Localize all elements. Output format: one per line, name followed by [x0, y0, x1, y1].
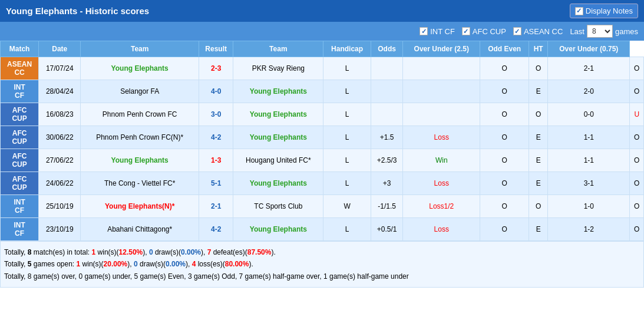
cell-match-type: AFC CUP [1, 172, 39, 195]
cell-over-under-25: O [480, 149, 529, 172]
cell-team2: Young Elephants [233, 103, 323, 126]
cell-date: 24/06/22 [39, 172, 81, 195]
cell-over-under-25: O [480, 195, 529, 218]
cell-odd-even: E [529, 126, 548, 149]
cell-odd-even: O [529, 195, 548, 218]
cell-over-under-25: O [480, 80, 529, 103]
cell-team1: Selangor FA [81, 80, 199, 103]
summary-line2: Totally, 5 games open: 1 win(s)(20.00%),… [4, 258, 640, 270]
cell-team1: Young Elephants(N)* [81, 195, 199, 218]
cell-team1: The Cong - Viettel FC* [81, 172, 199, 195]
cell-odds: Loss [403, 126, 480, 149]
cell-result: 2-1 [199, 195, 233, 218]
games-label: games [615, 27, 638, 36]
cell-team1: Young Elephants [81, 57, 199, 80]
cell-odd-even: E [529, 80, 548, 103]
cell-date: 28/04/24 [39, 80, 81, 103]
cell-team1: Young Elephants [81, 149, 199, 172]
int-cf-checkbox[interactable]: ✓ [420, 27, 428, 35]
cell-odds: Loss1/2 [403, 195, 480, 218]
cell-over-under-075: O [630, 126, 644, 149]
cell-result: 5-1 [199, 172, 233, 195]
cell-hl: L [323, 80, 371, 103]
cell-over-under-25: O [480, 172, 529, 195]
cell-over-under-075: O [630, 149, 644, 172]
filter-afc-cup[interactable]: ✓ AFC CUP [462, 27, 506, 36]
filter-int-cf[interactable]: ✓ INT CF [420, 27, 455, 36]
cell-handicap: +0.5/1 [371, 218, 403, 241]
cell-result: 1-3 [199, 149, 233, 172]
cell-team1: Phnom Penh Crown FC(N)* [81, 126, 199, 149]
col-over-under-075: Over Under (0.75) [548, 41, 630, 57]
cell-hl: L [323, 57, 371, 80]
cell-over-under-075: O [630, 57, 644, 80]
cell-team2: Young Elephants [233, 126, 323, 149]
table-header: Match Date Team Result Team Handicap Odd… [1, 41, 644, 57]
cell-ht: 1-1 [548, 126, 630, 149]
cell-match-type: INT CF [1, 80, 39, 103]
last-select[interactable]: 8 10 15 20 [587, 25, 613, 38]
col-team2: Team [233, 41, 323, 57]
cell-over-under-075: O [630, 218, 644, 241]
asean-cc-label: ASEAN CC [524, 27, 563, 36]
cell-date: 23/10/19 [39, 218, 81, 241]
cell-ht: 1-2 [548, 218, 630, 241]
cell-ht: 0-0 [548, 103, 630, 126]
col-over-under-25: Over Under (2.5) [403, 41, 480, 57]
col-result: Result [199, 41, 233, 57]
summary-section: Totally, 8 match(es) in total: 1 win(s)(… [0, 241, 644, 288]
cell-ht: 2-1 [548, 57, 630, 80]
display-notes-checkbox[interactable]: ✓ [575, 7, 583, 15]
cell-handicap [371, 57, 403, 80]
cell-odds [403, 57, 480, 80]
cell-over-under-075: O [630, 172, 644, 195]
last-label: Last [570, 27, 584, 36]
afc-cup-label: AFC CUP [473, 27, 506, 36]
cell-result: 3-0 [199, 103, 233, 126]
col-odds: Odds [371, 41, 403, 57]
cell-over-under-25: O [480, 103, 529, 126]
cell-over-under-075: O [630, 80, 644, 103]
col-ht: HT [529, 41, 548, 57]
table-row: INT CF28/04/24Selangor FA4-0Young Elepha… [1, 80, 644, 103]
cell-handicap: +3 [371, 172, 403, 195]
table-row: INT CF25/10/19Young Elephants(N)*2-1TC S… [1, 195, 644, 218]
cell-hl: L [323, 218, 371, 241]
cell-match-type: AFC CUP [1, 103, 39, 126]
cell-odds: Win [403, 149, 480, 172]
display-notes-label: Display Notes [586, 6, 633, 15]
cell-odd-even: E [529, 172, 548, 195]
summary-line1: Totally, 8 match(es) in total: 1 win(s)(… [4, 246, 640, 258]
cell-match-type: AFC CUP [1, 149, 39, 172]
cell-over-under-25: O [480, 126, 529, 149]
cell-result: 4-2 [199, 126, 233, 149]
cell-result: 2-3 [199, 57, 233, 80]
cell-team2: Young Elephants [233, 172, 323, 195]
cell-odds [403, 80, 480, 103]
header-right: ✓ Display Notes [570, 4, 638, 18]
cell-team2: Young Elephants [233, 80, 323, 103]
afc-cup-checkbox[interactable]: ✓ [462, 27, 470, 35]
filter-asean-cc[interactable]: ✓ ASEAN CC [513, 27, 563, 36]
cell-odds: Loss [403, 172, 480, 195]
display-notes-control[interactable]: ✓ Display Notes [570, 4, 638, 18]
cell-match-type: INT CF [1, 195, 39, 218]
table-row: AFC CUP30/06/22Phnom Penh Crown FC(N)*4-… [1, 126, 644, 149]
table-row: ASEAN CC17/07/24Young Elephants2-3PKR Sv… [1, 57, 644, 80]
col-team1: Team [81, 41, 199, 57]
asean-cc-checkbox[interactable]: ✓ [513, 27, 521, 35]
int-cf-label: INT CF [430, 27, 455, 36]
cell-odd-even: E [529, 218, 548, 241]
filter-bar: ✓ INT CF ✓ AFC CUP ✓ ASEAN CC Last 8 10 … [0, 22, 644, 41]
col-date: Date [39, 41, 81, 57]
cell-team2: PKR Svay Rieng [233, 57, 323, 80]
col-odd-even: Odd Even [480, 41, 529, 57]
cell-team2: TC Sports Club [233, 195, 323, 218]
cell-team1: Phnom Penh Crown FC [81, 103, 199, 126]
cell-team2: Hougang United FC* [233, 149, 323, 172]
table-row: AFC CUP27/06/22Young Elephants1-3Hougang… [1, 149, 644, 172]
cell-handicap [371, 80, 403, 103]
cell-handicap: -1/1.5 [371, 195, 403, 218]
cell-date: 17/07/24 [39, 57, 81, 80]
cell-ht: 3-1 [548, 172, 630, 195]
